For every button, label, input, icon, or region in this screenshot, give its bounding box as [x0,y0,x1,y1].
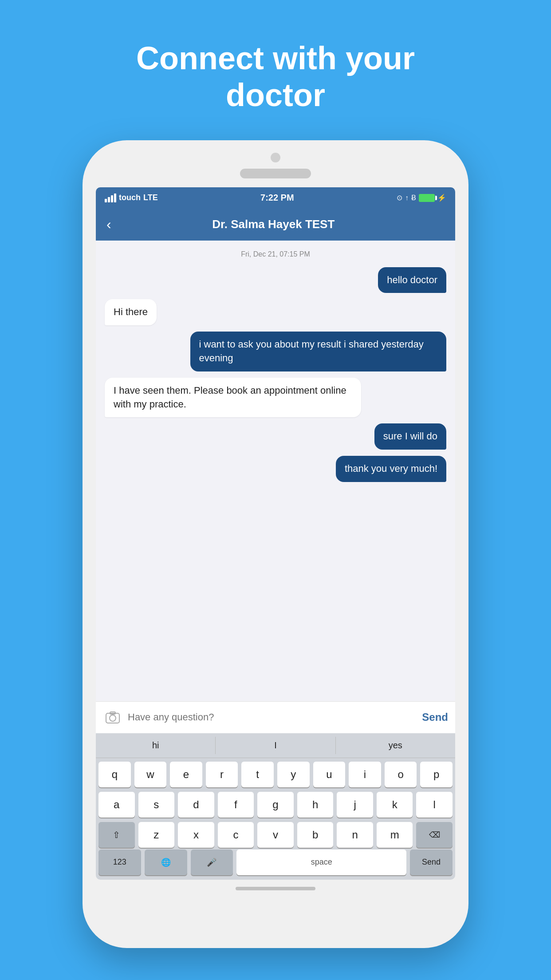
phone-shell: touch LTE 7:22 PM ⊙ ↑ Ƀ ⚡ ‹ Dr. Salma Ha… [83,140,468,948]
key-row-2: a s d f g h j k l [98,792,453,818]
status-bar: touch LTE 7:22 PM ⊙ ↑ Ƀ ⚡ [96,187,455,209]
message-row: thank you very much! [105,456,446,482]
status-left: touch LTE [105,193,158,202]
key-k[interactable]: k [377,792,413,818]
signal-bars [105,194,116,202]
headline-line1: Connect with your [136,40,415,76]
key-h[interactable]: h [297,792,334,818]
signal-bar-1 [105,199,107,202]
key-i[interactable]: i [349,762,381,787]
keyboard-rows: q w e r t y u i o p a s d f g [96,758,455,850]
time-label: 7:22 PM [260,193,294,203]
signal-bar-4 [114,194,116,202]
chat-timestamp: Fri, Dec 21, 07:15 PM [105,250,446,258]
send-button[interactable]: Send [422,711,448,723]
backspace-key[interactable]: ⌫ [416,822,453,848]
key-j[interactable]: j [337,792,373,818]
nav-bar: ‹ Dr. Salma Hayek TEST [96,209,455,241]
key-s[interactable]: s [138,792,175,818]
home-indicator [236,887,315,890]
keyboard: hi I yes q w e r t y u i o p [96,733,455,880]
battery-icon [419,194,435,202]
microphone-key[interactable]: 🎤 [191,850,233,875]
key-a[interactable]: a [98,792,135,818]
key-g[interactable]: g [257,792,294,818]
key-row-3: ⇧ z x c v b n m ⌫ [98,822,453,848]
message-row: hello doctor [105,267,446,293]
key-b[interactable]: b [297,822,334,848]
key-v[interactable]: v [257,822,294,848]
shift-key[interactable]: ⇧ [98,822,135,848]
location-icon: ⊙ [397,194,402,202]
message-row: I have seen them. Please book an appoint… [105,378,446,418]
camera-dot [271,153,280,162]
svg-point-1 [110,715,116,721]
bubble-outgoing: thank you very much! [336,456,446,482]
key-z[interactable]: z [138,822,175,848]
suggestion-yes[interactable]: yes [336,737,455,754]
status-right: ⊙ ↑ Ƀ ⚡ [397,194,446,202]
key-m[interactable]: m [377,822,413,848]
key-c[interactable]: c [218,822,254,848]
key-p[interactable]: p [420,762,453,787]
bubble-incoming: I have seen them. Please book an appoint… [105,378,361,418]
bubble-outgoing: hello doctor [378,267,446,293]
keyboard-send-key[interactable]: Send [410,850,453,875]
key-n[interactable]: n [337,822,373,848]
bluetooth-icon: Ƀ [411,194,416,202]
chat-area: Fri, Dec 21, 07:15 PM hello doctor Hi th… [96,241,455,701]
camera-button[interactable] [103,707,122,727]
keyboard-suggestions: hi I yes [96,733,455,758]
key-t[interactable]: t [241,762,274,787]
signal-bar-2 [108,197,110,202]
space-key[interactable]: space [236,850,406,875]
key-r[interactable]: r [206,762,238,787]
input-area: Send [96,701,455,733]
message-row: i want to ask you about my result i shar… [105,332,446,371]
key-row-1: q w e r t y u i o p [98,762,453,787]
network-label: LTE [143,193,158,202]
carrier-label: touch [119,193,141,202]
key-f[interactable]: f [218,792,254,818]
key-x[interactable]: x [178,822,214,848]
key-q[interactable]: q [98,762,131,787]
key-l[interactable]: l [416,792,453,818]
nav-title: Dr. Salma Hayek TEST [120,217,427,231]
arrow-icon: ↑ [405,194,409,202]
key-d[interactable]: d [178,792,214,818]
phone-speaker [240,169,311,178]
signal-bar-3 [111,195,113,202]
headline-line2: doctor [226,77,325,113]
charging-icon: ⚡ [437,194,446,202]
message-input[interactable] [128,711,417,723]
globe-key[interactable]: 🌐 [145,850,187,875]
bubble-incoming: Hi there [105,299,157,325]
key-y[interactable]: y [277,762,310,787]
phone-screen: touch LTE 7:22 PM ⊙ ↑ Ƀ ⚡ ‹ Dr. Salma Ha… [96,187,455,880]
back-button[interactable]: ‹ [106,216,111,233]
suggestion-hi[interactable]: hi [96,737,216,754]
key-e[interactable]: e [170,762,202,787]
numbers-key[interactable]: 123 [98,850,141,875]
headline: Connect with your doctor [98,40,453,114]
key-o[interactable]: o [385,762,417,787]
suggestion-i[interactable]: I [216,737,335,754]
bubble-outgoing: i want to ask you about my result i shar… [190,332,447,371]
message-row: sure I will do [105,423,446,450]
key-u[interactable]: u [313,762,346,787]
key-row-bottom: 123 🌐 🎤 space Send [96,850,455,880]
message-row: Hi there [105,299,446,325]
bubble-outgoing: sure I will do [374,423,446,450]
key-w[interactable]: w [134,762,167,787]
